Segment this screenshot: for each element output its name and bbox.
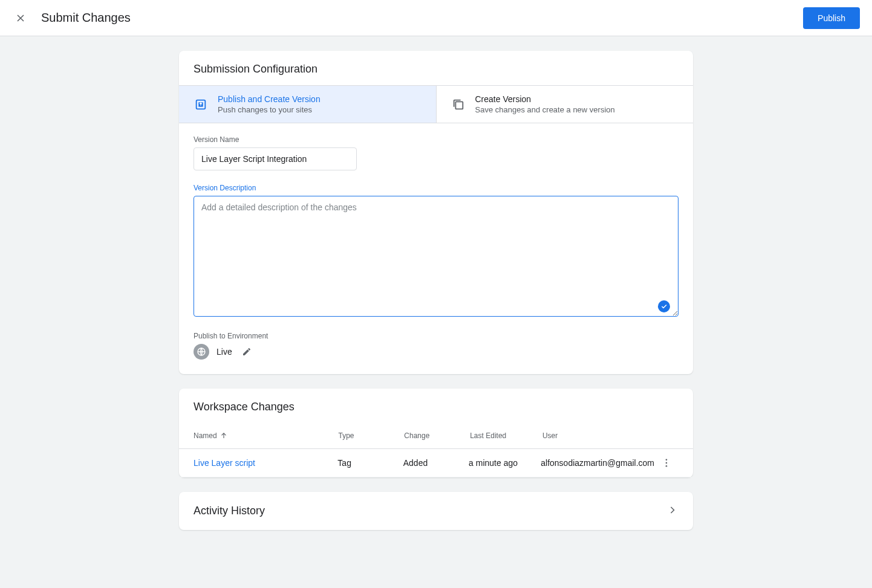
check-badge-icon: [658, 300, 670, 312]
changes-table-header: Named Type Change Last Edited User: [179, 423, 693, 449]
chevron-right-icon: [666, 504, 678, 518]
svg-point-5: [666, 462, 668, 464]
version-description-input[interactable]: [194, 196, 678, 317]
page-title: Submit Changes: [41, 11, 131, 25]
row-user: alfonsodiazmartin@gmail.com: [541, 458, 654, 468]
activity-history-card[interactable]: Activity History: [179, 492, 693, 530]
version-name-input[interactable]: [194, 147, 357, 170]
header: Submit Changes Publish: [0, 0, 872, 36]
row-last-edited: a minute ago: [469, 458, 541, 468]
th-user[interactable]: User: [542, 431, 654, 440]
arrow-up-icon: [220, 431, 228, 440]
globe-icon: [194, 344, 209, 360]
edit-env-button[interactable]: [239, 344, 254, 359]
row-more-button[interactable]: [654, 457, 678, 468]
submission-options: Publish and Create Version Push changes …: [179, 85, 693, 123]
option-version-title: Create Version: [475, 94, 615, 104]
submission-config-card: Submission Configuration Publish and Cre…: [179, 51, 693, 374]
activity-history-title: Activity History: [194, 505, 265, 517]
svg-rect-2: [455, 102, 463, 109]
env-name: Live: [216, 347, 232, 357]
table-row: Live Layer script Tag Added a minute ago…: [179, 449, 693, 477]
version-name-label: Version Name: [194, 135, 678, 144]
row-change: Added: [403, 458, 469, 468]
option-publish-title: Publish and Create Version: [218, 94, 320, 104]
option-publish-sub: Push changes to your sites: [218, 105, 320, 114]
option-publish-create-version[interactable]: Publish and Create Version Push changes …: [179, 86, 437, 123]
close-icon: [15, 12, 27, 24]
row-type: Tag: [337, 458, 403, 468]
workspace-changes-title: Workspace Changes: [179, 389, 693, 423]
svg-point-6: [666, 465, 668, 467]
more-vert-icon: [661, 457, 672, 468]
submission-config-title: Submission Configuration: [179, 51, 693, 85]
version-icon: [451, 97, 466, 112]
svg-point-4: [666, 459, 668, 460]
publish-icon: [194, 97, 208, 112]
option-create-version[interactable]: Create Version Save changes and create a…: [437, 86, 694, 123]
close-button[interactable]: [12, 10, 29, 27]
th-named[interactable]: Named: [194, 431, 338, 440]
option-version-sub: Save changes and create a new version: [475, 105, 615, 114]
th-last-edited[interactable]: Last Edited: [470, 431, 542, 440]
publish-env-label: Publish to Environment: [194, 332, 678, 340]
version-description-label: Version Description: [194, 184, 678, 192]
th-type[interactable]: Type: [338, 431, 404, 440]
pencil-icon: [242, 347, 252, 357]
publish-button[interactable]: Publish: [803, 7, 860, 29]
row-name-link[interactable]: Live Layer script: [194, 458, 337, 468]
workspace-changes-card: Workspace Changes Named Type Change Last…: [179, 389, 693, 477]
th-change[interactable]: Change: [404, 431, 470, 440]
